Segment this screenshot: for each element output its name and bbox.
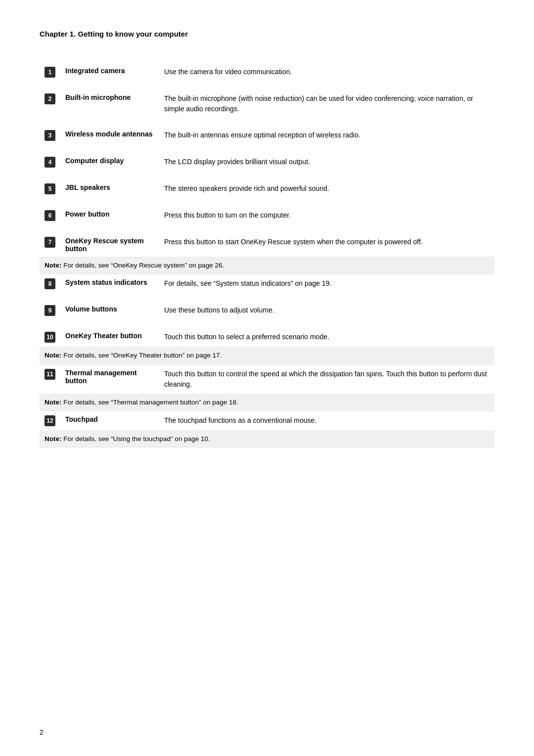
item-badge: 10 (44, 332, 55, 343)
chapter-title: Chapter 1. Getting to know your computer (40, 30, 494, 38)
item-badge: 8 (44, 278, 55, 289)
item-description: Use the camera for video communication. (159, 63, 494, 82)
table-row: 8System status indicatorsFor details, se… (40, 274, 494, 293)
item-badge: 11 (44, 369, 55, 380)
item-description: Press this button to start OneKey Rescue… (159, 233, 494, 257)
table-row: 7OneKey Rescue system buttonPress this b… (40, 233, 494, 257)
item-label: Computer display (60, 153, 159, 172)
note-row: Note: For details, see “OneKey Theater b… (40, 347, 494, 364)
item-description: Touch this button to control the speed a… (159, 365, 494, 394)
table-row: 3Wireless module antennasThe built-in an… (40, 126, 494, 145)
item-badge: 12 (44, 415, 55, 426)
item-description: Use these buttons to adjust volume. (159, 301, 494, 320)
item-badge: 4 (44, 157, 55, 168)
note-row: Note: For details, see “Thermal manageme… (40, 394, 494, 411)
item-description: The built-in microphone (with noise redu… (159, 89, 494, 118)
item-badge: 5 (44, 183, 55, 194)
note-text: Note: For details, see “OneKey Theater b… (40, 347, 494, 364)
item-badge: 9 (44, 305, 55, 316)
table-row: 9Volume buttonsUse these buttons to adju… (40, 301, 494, 320)
item-label: JBL speakers (60, 179, 159, 198)
item-description: Touch this button to select a preferred … (159, 328, 494, 347)
table-row: 1Integrated cameraUse the camera for vid… (40, 63, 494, 82)
item-label: Wireless module antennas (60, 126, 159, 145)
table-row: 2Built-in microphoneThe built-in microph… (40, 89, 494, 118)
item-badge: 2 (44, 93, 55, 104)
table-row: 12TouchpadThe touchpad functions as a co… (40, 411, 494, 430)
note-text: Note: For details, see “Thermal manageme… (40, 394, 494, 411)
note-row: Note: For details, see “OneKey Rescue sy… (40, 257, 494, 274)
item-label: Built-in microphone (60, 89, 159, 118)
item-label: System status indicators (60, 274, 159, 293)
item-badge: 6 (44, 210, 55, 221)
item-description: For details, see “System status indicato… (159, 274, 494, 293)
item-label: OneKey Theater button (60, 328, 159, 347)
item-description: The stereo speakers provide rich and pow… (159, 179, 494, 198)
item-label: Touchpad (60, 411, 159, 430)
note-row: Note: For details, see “Using the touchp… (40, 430, 494, 448)
page-number: 2 (40, 728, 44, 736)
note-text: Note: For details, see “Using the touchp… (40, 430, 494, 448)
item-description: The built-in antennas ensure optimal rec… (159, 126, 494, 145)
item-description: The LCD display provides brilliant visua… (159, 153, 494, 172)
item-label: OneKey Rescue system button (60, 233, 159, 257)
items-table: 1Integrated cameraUse the camera for vid… (40, 63, 494, 448)
table-row: 5JBL speakersThe stereo speakers provide… (40, 179, 494, 198)
item-badge: 3 (44, 130, 55, 141)
item-label: Volume buttons (60, 301, 159, 320)
item-badge: 1 (44, 67, 55, 78)
table-row: 11Thermal management buttonTouch this bu… (40, 365, 494, 394)
item-description: The touchpad functions as a conventional… (159, 411, 494, 430)
item-description: Press this button to turn on the compute… (159, 206, 494, 225)
item-badge: 7 (44, 237, 55, 248)
table-row: 4Computer displayThe LCD display provide… (40, 153, 494, 172)
item-label: Thermal management button (60, 365, 159, 394)
note-text: Note: For details, see “OneKey Rescue sy… (40, 257, 494, 274)
table-row: 6Power buttonPress this button to turn o… (40, 206, 494, 225)
item-label: Power button (60, 206, 159, 225)
item-label: Integrated camera (60, 63, 159, 82)
table-row: 10OneKey Theater buttonTouch this button… (40, 328, 494, 347)
